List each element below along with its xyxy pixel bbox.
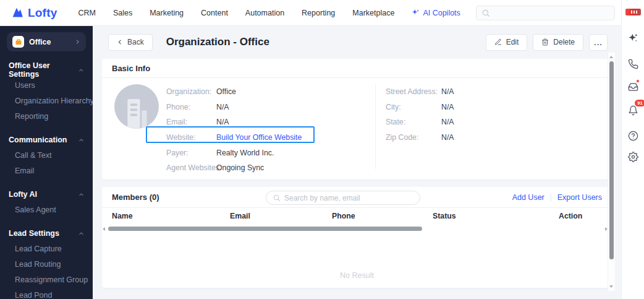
topbar: Lofty CRM Sales Marketing Content Automa… [0,0,621,26]
pencil-icon [494,38,502,46]
chevron-up-icon [78,137,84,143]
sidebar-item-reporting[interactable]: Reporting [9,111,84,121]
members-search[interactable] [266,191,420,205]
field-value: N/A [441,133,454,142]
chevron-right-icon [75,39,80,45]
inbox-icon[interactable] [627,80,639,93]
export-users-link[interactable]: Export Users [557,193,602,202]
phone-icon[interactable] [627,58,639,70]
scroll-down-arrow[interactable] [609,285,613,288]
lofty-app-window: Lofty CRM Sales Marketing Content Automa… [0,0,644,299]
field-organization: Organization: Office [166,84,302,100]
nav-reporting[interactable]: Reporting [293,9,344,17]
help-icon[interactable] [627,129,639,142]
field-label: Street Address: [386,87,441,96]
page-header: Back Organization - Office Edit Delete .… [108,33,608,51]
build-website-link[interactable]: Build Your Office Website [216,133,302,142]
trash-icon [541,38,549,46]
field-street-address: Street Address: N/A [386,84,454,100]
bell-icon[interactable]: 91 [627,104,639,116]
vertical-scrollbar-thumb[interactable] [609,61,614,259]
sidebar-item-reassignment-group[interactable]: Reassignment Group [9,275,84,285]
field-label: Zip Code: [386,133,441,142]
section-header-communication[interactable]: Communication [9,135,84,145]
horizontal-scrollbar-thumb[interactable] [108,227,422,231]
section-office-user-settings: Office User Settings Users Organization … [9,65,84,121]
members-search-input[interactable] [284,194,413,202]
field-value: Ongoing Sync [216,163,264,172]
section-header-office-user-settings[interactable]: Office User Settings [9,65,84,75]
column-name: Name [112,212,133,220]
back-button-label: Back [127,38,144,46]
field-value: Realty World Inc. [216,149,274,157]
members-actions: Add User Export Users [512,193,612,202]
ai-sparkles-icon[interactable] [627,32,639,44]
nav-marketing[interactable]: Marketing [141,9,192,17]
column-phone: Phone [332,212,355,220]
members-title: Members (0) [102,193,159,202]
field-label: Website: [166,133,216,142]
sidebar-item-organization-hierarchy[interactable]: Organization Hierarchy [9,96,84,106]
basic-info-right-column: Street Address: N/A City: N/A State: N/A… [386,84,454,145]
delete-button[interactable]: Delete [533,34,583,51]
field-website: Website: Build Your Office Website [166,130,302,145]
field-value: N/A [441,118,454,126]
empty-state-text: No Result [102,271,612,280]
field-email: Email: N/A [166,115,302,130]
gear-icon[interactable] [627,150,639,163]
sidebar-item-lead-pond[interactable]: Lead Pond [9,290,84,299]
lofty-logo[interactable]: Lofty [0,6,57,20]
field-label: Email: [166,118,216,126]
section-header-lead-settings[interactable]: Lead Settings [9,228,84,238]
column-email: Email [230,212,250,220]
sidebar-item-email[interactable]: Email [9,166,84,176]
field-value: Office [216,87,236,96]
members-header: Members (0) Add User Export Users [102,187,612,208]
nav-ai-copilots-label: AI Copilots [423,9,460,17]
office-switcher-label: Office [29,38,70,46]
nav-content[interactable]: Content [192,9,237,17]
back-button[interactable]: Back [108,34,153,51]
notification-count-badge: 91 [635,100,644,106]
chevron-up-icon [78,67,84,73]
field-label: Organization: [166,87,216,96]
field-label: State: [386,118,441,126]
nav-marketplace[interactable]: Marketplace [344,9,403,17]
nav-ai-copilots[interactable]: AI Copilots [403,9,468,17]
sidebar-item-sales-agent[interactable]: Sales Agent [9,205,84,215]
main-content: Back Organization - Office Edit Delete .… [93,26,621,299]
scroll-up-arrow[interactable] [609,56,613,58]
page-actions: Edit Delete ... [486,34,608,51]
chevron-left-icon [117,39,123,45]
global-search[interactable] [476,6,615,20]
edit-button[interactable]: Edit [486,34,528,51]
inbox-unread-dot [636,79,640,83]
more-actions-button[interactable]: ... [589,34,608,51]
nav-crm[interactable]: CRM [69,9,104,17]
sidebar-item-lead-routing[interactable]: Lead Routing [9,259,84,269]
organization-avatar [114,84,159,129]
field-label: Phone: [166,103,216,111]
section-header-lofty-ai[interactable]: Lofty AI [9,189,84,199]
delete-button-label: Delete [553,38,575,46]
search-icon [481,9,490,17]
section-label: Lofty AI [9,190,37,199]
field-value: N/A [216,118,229,126]
column-action: Action [559,212,582,220]
add-user-link[interactable]: Add User [512,193,544,202]
sidebar-item-lead-capture[interactable]: Lead Capture [9,244,84,254]
nav-automation[interactable]: Automation [237,9,293,17]
office-icon [12,36,24,48]
basic-info-body: Organization: Office Phone: N/A Email: N… [102,78,612,179]
right-icon-rail: 91 [621,0,644,299]
sidebar-item-users[interactable]: Users [9,80,84,90]
horizontal-scrollbar [102,225,612,234]
field-value: N/A [441,87,454,96]
field-value: N/A [441,103,454,111]
scroll-left-arrow[interactable] [103,227,105,231]
nav-sales[interactable]: Sales [104,9,141,17]
field-label: City: [386,103,441,111]
global-search-input[interactable] [494,9,609,17]
sidebar-item-call-text[interactable]: Call & Text [9,150,84,160]
office-switcher-button[interactable]: Office [7,32,86,51]
